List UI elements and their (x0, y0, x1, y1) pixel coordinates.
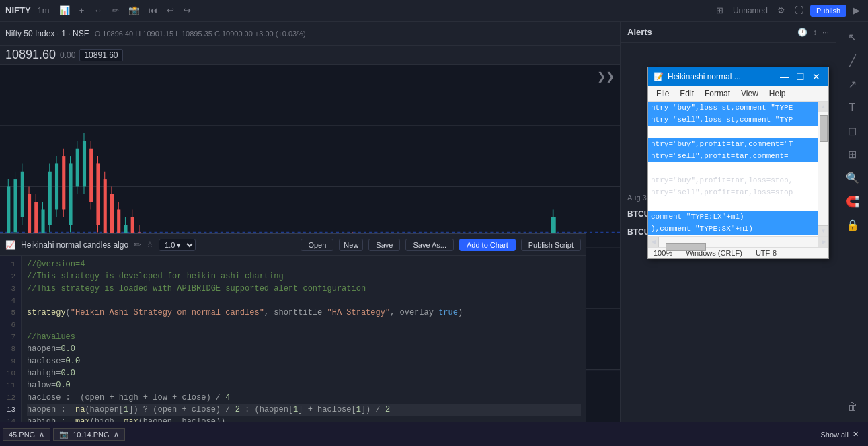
scroll-down-button[interactable]: ▼ (818, 225, 828, 236)
taskbar-right: Show all ✕ (814, 429, 865, 440)
alert-sort-icon[interactable]: ↕ (813, 28, 817, 37)
taskbar-1-chevron[interactable]: ∧ (39, 430, 44, 439)
chart-area: Nifty 50 Index · 1 · NSE O 10896.40 H 10… (0, 22, 621, 446)
encoding: UTF-8 (756, 249, 777, 257)
notepad-icon: 📝 (654, 72, 664, 81)
save-button[interactable]: Save (368, 239, 400, 251)
taskbar-item-1[interactable]: 45.PNG ∧ (3, 428, 50, 441)
notepad-line-6 (648, 162, 818, 174)
notepad-maximize-button[interactable]: ☐ (793, 71, 807, 82)
right-sidebar: ↖ ╱ ↗ T ◻ ⊞ 🔍 🧲 🔒 🗑 ⚙ (836, 22, 868, 446)
sidebar-arrow-icon[interactable]: ↗ (844, 74, 861, 95)
save-as-button[interactable]: Save As... (405, 239, 454, 251)
index-label: Nifty 50 Index · 1 · NSE (5, 29, 89, 38)
code-line-11: halow=0.0 (27, 379, 581, 392)
drawing-icon[interactable]: ✏ (109, 4, 122, 17)
line-num-5: 5 (5, 307, 15, 319)
top-toolbar: NIFTY 1m 📊 + ↔ ✏ 📸 ⏮ ↩ ↪ ⊞ Unnamed ⚙ ⛶ P… (0, 0, 868, 22)
snapshot-icon[interactable]: 📸 (126, 4, 142, 17)
line-num-11: 11 (5, 379, 15, 392)
notepad-hscrollbar[interactable]: ◀ ▶ (648, 236, 828, 247)
line-num-12: 12 (5, 392, 15, 404)
code-line-1: //@version=4 (27, 258, 581, 270)
sidebar-lock-icon[interactable]: 🔒 (842, 215, 863, 235)
scroll-thumb[interactable] (820, 115, 828, 142)
timeframe-button[interactable]: 1m (35, 4, 52, 17)
line-num-3: 3 (5, 283, 15, 295)
notepad-line-8: ntry="sell",profit=tar,loss=stop (648, 186, 818, 198)
notepad-menubar: File Edit Format View Help (648, 86, 828, 102)
scroll-left-button[interactable]: ◀ (648, 237, 659, 247)
add-indicator-icon[interactable]: + (77, 4, 87, 17)
price-bar: 10891.60 0.00 10891.60 (0, 46, 620, 65)
notepad-title: 📝 Heikinashi normal ... (654, 72, 741, 81)
notepad-close-button[interactable]: ✕ (810, 71, 823, 82)
code-editor[interactable]: 1 2 3 4 5 6 7 8 9 10 11 12 13 14 15 16 1 (0, 256, 586, 422)
add-to-chart-button[interactable]: Add to Chart (459, 239, 516, 251)
scroll-right-button[interactable]: ▶ (818, 237, 828, 247)
taskbar-item-2[interactable]: 📷 10.14.PNG ∧ (53, 428, 124, 441)
settings-icon[interactable]: ⚙ (775, 4, 788, 17)
chart-expand-icon[interactable]: ❯❯ (597, 70, 615, 83)
compare-icon[interactable]: ↔ (91, 4, 105, 17)
price-change: 0.00 (60, 50, 75, 60)
code-line-10: hahigh=0.0 (27, 367, 581, 379)
fullscreen-icon[interactable]: ⛶ (792, 4, 806, 17)
notepad-controls: — ☐ ✕ (777, 71, 823, 82)
sidebar-cursor-icon[interactable]: ↖ (844, 27, 861, 48)
sidebar-measure-icon[interactable]: ⊞ (844, 144, 861, 165)
notepad-line-2: ntry="sell",loss=st,comment="TYP (648, 114, 818, 126)
code-line-3: //This strategy is loaded with APIBRIDGE… (27, 283, 581, 295)
code-content[interactable]: //@version=4 //This strategy is develope… (22, 256, 586, 422)
code-line-2: //This strategy is developed for heikin … (27, 270, 581, 283)
sidebar-shape-icon[interactable]: ◻ (844, 120, 861, 141)
version-select[interactable]: 1.0 ▾ (159, 239, 196, 251)
new-button[interactable]: New (339, 239, 363, 251)
unnamed-label[interactable]: Unnamed (730, 5, 771, 17)
taskbar-2-chevron[interactable]: ∧ (114, 430, 119, 439)
line-num-2: 2 (5, 270, 15, 283)
taskbar-2-icon: 📷 (59, 430, 69, 439)
notepad-minimize-button[interactable]: — (777, 71, 791, 82)
sidebar-line-icon[interactable]: ╱ (845, 50, 860, 71)
publish-script-button[interactable]: Publish Script (521, 239, 581, 251)
notepad-line-3 (648, 126, 818, 138)
publish-button[interactable]: Publish (810, 5, 846, 17)
sidebar-text-icon[interactable]: T (845, 98, 860, 118)
edit-algo-icon[interactable]: ✏ (134, 239, 141, 250)
notepad-scrollbar[interactable]: ▲ ▼ (818, 102, 828, 236)
open-button[interactable]: Open (301, 239, 333, 251)
notepad-content[interactable]: ntry="buy",loss=st,comment="TYPE ntry="s… (648, 102, 818, 236)
notepad-menu-view[interactable]: View (736, 87, 764, 100)
sidebar-trash-icon[interactable]: 🗑 (843, 397, 862, 417)
alert-clock-icon[interactable]: 🕐 (797, 28, 807, 37)
code-line-6 (27, 319, 581, 331)
line-num-10: 10 (5, 367, 15, 379)
notepad-line-1: ntry="buy",loss=st,comment="TYPE (648, 102, 818, 114)
sidebar-magnet-icon[interactable]: 🧲 (842, 191, 863, 212)
chart-header: Nifty 50 Index · 1 · NSE O 10896.40 H 10… (0, 22, 620, 46)
alert-more-icon[interactable]: ··· (822, 28, 829, 37)
notepad-menu-format[interactable]: Format (699, 87, 736, 100)
layout-icon[interactable]: ⊞ (713, 4, 726, 17)
sidebar-zoom-icon[interactable]: 🔍 (842, 168, 863, 188)
star-icon[interactable]: ☆ (147, 240, 153, 249)
notepad-menu-edit[interactable]: Edit (674, 87, 699, 100)
undo-icon[interactable]: ↩ (164, 4, 177, 17)
taskbar-close-icon[interactable]: ✕ (853, 430, 859, 439)
notepad-menu-file[interactable]: File (651, 87, 674, 100)
replay-icon[interactable]: ⏮ (146, 4, 160, 17)
chart-type-icon[interactable]: 📊 (56, 4, 73, 17)
redo-icon[interactable]: ↪ (181, 4, 194, 17)
show-all-button[interactable]: Show all (820, 431, 849, 439)
price-input[interactable]: 10891.60 (79, 49, 122, 61)
notepad-titlebar: 📝 Heikinashi normal ... — ☐ ✕ (648, 67, 828, 86)
hscroll-thumb[interactable] (666, 243, 706, 251)
taskbar-1-label: 45.PNG (9, 431, 35, 439)
scroll-up-button[interactable]: ▲ (818, 102, 828, 112)
notepad-menu-help[interactable]: Help (764, 87, 791, 100)
ohlc-info: O 10896.40 H 10901.15 L 10895.35 C 10900… (95, 30, 306, 38)
line-num-8: 8 (5, 343, 15, 355)
play-icon[interactable]: ▶ (851, 4, 863, 17)
notepad-container: 📝 Heikinashi normal ... — ☐ ✕ File Edit … (621, 43, 836, 446)
